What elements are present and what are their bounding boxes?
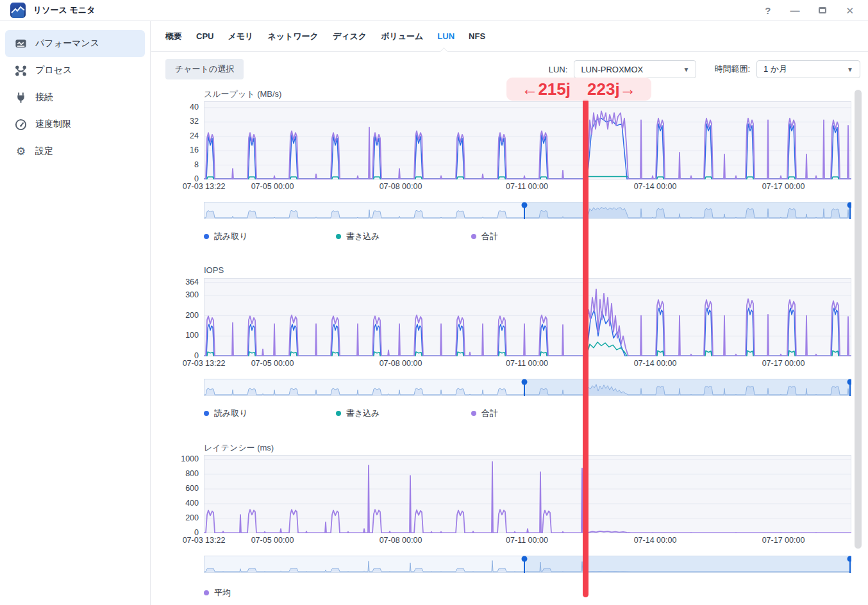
main-panel: 概要CPUメモリネットワークディスクボリュームLUNNFS チャートの選択 LU… (151, 21, 868, 605)
y-tick-label: 100 (165, 331, 199, 340)
x-tick-label: 07-14 00:00 (634, 359, 677, 368)
chart-legend: 読み取り書き込み合計 (204, 408, 851, 419)
x-tick-label: 07-03 13:22 (183, 536, 226, 545)
legend-item-平均: 平均 (204, 587, 231, 599)
vertical-scrollbar-thumb[interactable] (855, 90, 862, 549)
y-tick-label: 800 (165, 469, 199, 478)
time-scrubber[interactable] (204, 556, 851, 573)
help-button[interactable]: ? (765, 6, 771, 15)
legend-label: 読み取り (214, 231, 248, 242)
process-icon (15, 65, 27, 77)
y-tick-label: 1000 (165, 454, 199, 463)
legend-label: 平均 (214, 587, 231, 599)
chart-title: IOPS (204, 265, 224, 275)
window-controls: ?—✕ (765, 6, 854, 15)
y-tick-label: 400 (165, 499, 199, 508)
settings-icon: ⚙ (15, 145, 27, 158)
close-button[interactable]: ✕ (846, 6, 854, 15)
sidebar: パフォーマンスプロセス接続速度制限⚙設定 (0, 21, 151, 605)
chart-block-3: レイテンシー (ms)0200400600800100007-03 13:220… (204, 442, 851, 602)
x-tick-label: 07-05 00:00 (251, 359, 294, 368)
sidebar-item-label: 接続 (35, 92, 53, 103)
legend-item-書き込み: 書き込み (336, 408, 380, 419)
x-tick-label: 07-08 00:00 (380, 536, 422, 545)
y-tick-label: 40 (165, 103, 199, 112)
y-tick-label: 16 (165, 145, 199, 154)
annotation-right-text: 223j→ (587, 79, 637, 99)
annotation-left-text: ←215j (521, 79, 571, 99)
time-scrubber[interactable] (204, 202, 851, 219)
chart-block-2: IOPS010020030036407-03 13:2207-05 00:000… (204, 265, 851, 426)
legend-dot (471, 411, 476, 416)
y-tick-label: 8 (165, 160, 199, 169)
plot-area (204, 455, 851, 533)
legend-item-合計: 合計 (471, 408, 498, 419)
y-tick-label: 200 (165, 513, 199, 522)
x-tick-label: 07-14 00:00 (634, 536, 677, 545)
plot-area (204, 101, 851, 179)
x-tick-label: 07-11 00:00 (506, 182, 548, 191)
sidebar-item-label: 設定 (35, 145, 53, 157)
app-icon (10, 3, 26, 18)
minimize-button[interactable]: — (790, 6, 799, 15)
chart-legend: 平均 (204, 587, 851, 599)
sidebar-item-1[interactable]: パフォーマンス (5, 30, 145, 57)
legend-dot (204, 590, 209, 595)
x-axis-labels: 07-03 13:2207-05 00:0007-08 00:0007-11 0… (204, 182, 851, 192)
chart-title: レイテンシー (ms) (204, 442, 274, 454)
annotation-vertical-line (583, 99, 588, 597)
legend-label: 読み取り (214, 408, 248, 419)
plot-area (204, 278, 851, 356)
sidebar-item-label: パフォーマンス (35, 38, 99, 49)
sidebar-item-4[interactable]: 速度制限 (5, 111, 145, 138)
legend-item-読み取り: 読み取り (204, 408, 248, 419)
x-tick-label: 07-11 00:00 (506, 359, 548, 368)
x-tick-label: 07-17 00:00 (762, 536, 805, 545)
legend-dot (336, 234, 341, 239)
sidebar-item-label: プロセス (35, 65, 72, 76)
legend-label: 合計 (481, 231, 498, 242)
connection-icon (15, 92, 27, 104)
sidebar-item-2[interactable]: プロセス (5, 57, 145, 84)
chart-legend: 読み取り書き込み合計 (204, 231, 851, 242)
x-tick-label: 07-08 00:00 (380, 359, 422, 368)
window-title: リソース モニタ (33, 4, 95, 16)
legend-item-読み取り: 読み取り (204, 231, 248, 242)
charts-area: スループット (MB/s)081624324007-03 13:2207-05 … (151, 21, 868, 605)
scrubber-handle-start[interactable] (522, 556, 528, 562)
y-tick-label: 300 (165, 290, 199, 299)
scrubber-handle-start[interactable] (522, 203, 528, 208)
legend-label: 書き込み (346, 231, 380, 242)
x-axis-labels: 07-03 13:2207-05 00:0007-08 00:0007-11 0… (204, 536, 851, 546)
y-tick-label: 600 (165, 484, 199, 493)
x-tick-label: 07-08 00:00 (380, 182, 422, 191)
titlebar: リソース モニタ ?—✕ (0, 0, 868, 21)
chart-title: スループット (MB/s) (204, 88, 281, 100)
legend-dot (336, 411, 341, 416)
performance-icon (15, 38, 27, 50)
speed-limit-icon (15, 119, 27, 131)
legend-dot (471, 234, 476, 239)
legend-item-合計: 合計 (471, 231, 498, 242)
x-tick-label: 07-11 00:00 (506, 536, 548, 545)
chart-block-1: スループット (MB/s)081624324007-03 13:2207-05 … (204, 88, 851, 249)
y-tick-label: 200 (165, 311, 199, 320)
annotation-pill: ←215j 223j→ (506, 78, 651, 101)
x-tick-label: 07-14 00:00 (634, 182, 677, 191)
y-tick-label: 24 (165, 131, 199, 140)
x-axis-labels: 07-03 13:2207-05 00:0007-08 00:0007-11 0… (204, 359, 851, 369)
time-scrubber[interactable] (204, 379, 851, 396)
x-tick-label: 07-05 00:00 (251, 182, 294, 191)
y-tick-label: 364 (165, 278, 199, 286)
x-tick-label: 07-17 00:00 (762, 359, 805, 368)
sidebar-item-5[interactable]: ⚙設定 (5, 138, 145, 165)
legend-item-書き込み: 書き込み (336, 231, 380, 242)
maximize-button[interactable] (819, 7, 826, 13)
x-tick-label: 07-03 13:22 (183, 182, 226, 191)
scrubber-handle-start[interactable] (522, 379, 528, 385)
sidebar-item-label: 速度制限 (35, 119, 71, 130)
sidebar-item-3[interactable]: 接続 (5, 84, 145, 111)
x-tick-label: 07-03 13:22 (183, 359, 226, 368)
x-tick-label: 07-17 00:00 (762, 182, 805, 191)
legend-label: 書き込み (346, 408, 380, 419)
